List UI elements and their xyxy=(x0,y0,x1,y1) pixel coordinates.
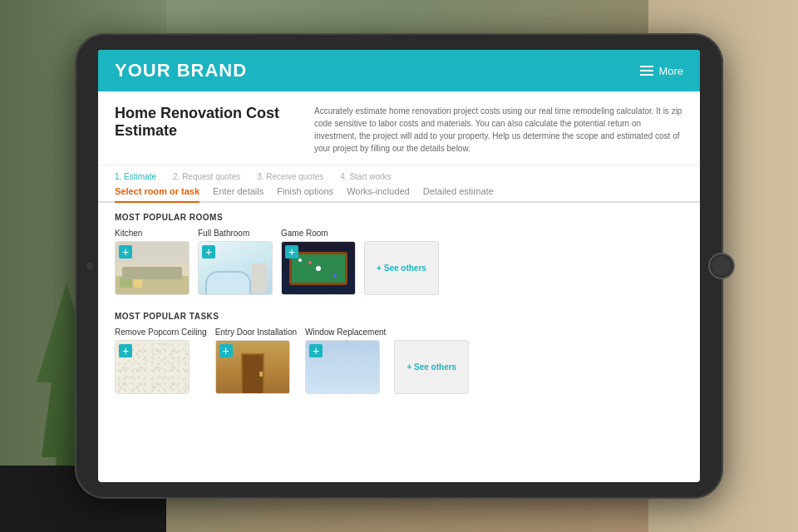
header: YOUR BRAND More xyxy=(98,50,700,91)
rooms-see-others-label: + See others xyxy=(377,264,426,273)
bathroom-image: + xyxy=(198,241,273,295)
menu-label: More xyxy=(658,65,683,77)
popcorn-image: + xyxy=(115,340,190,394)
tab-enter-details[interactable]: Enter details xyxy=(213,186,264,203)
hamburger-icon xyxy=(640,66,653,76)
rooms-grid: Kitchen + xyxy=(115,229,683,295)
page-description: Accurately estimate home renovation proj… xyxy=(314,105,683,155)
tab-detailed-estimate[interactable]: Detailed estimate xyxy=(423,186,494,203)
tasks-see-others-wrapper: + See others xyxy=(394,340,469,394)
tabs: Select room or task Enter details Finish… xyxy=(98,181,700,203)
kitchen-add-btn[interactable]: + xyxy=(119,245,132,259)
screen: YOUR BRAND More Home Renovation Cost Est… xyxy=(98,50,700,482)
ipad-frame: YOUR BRAND More Home Renovation Cost Est… xyxy=(75,33,723,499)
popcorn-card[interactable]: Remove Popcorn Ceiling + xyxy=(115,328,207,394)
page-header: Home Renovation Cost Estimate Accurately… xyxy=(98,91,700,165)
door-add-btn[interactable]: + xyxy=(219,344,233,357)
gameroom-add-btn[interactable]: + xyxy=(285,245,298,259)
tasks-see-others-btn[interactable]: + See others xyxy=(394,340,469,394)
steps-bar: 1. Estimate 2. Request quotes 3. Receive… xyxy=(98,165,700,181)
brand-logo: YOUR BRAND xyxy=(115,60,247,81)
page-title: Home Renovation Cost Estimate xyxy=(115,105,298,155)
tab-works-included[interactable]: Works-included xyxy=(347,186,410,203)
window-label: Window Replacement xyxy=(305,328,386,337)
tasks-section: MOST POPULAR TASKS Remove Popcorn Ceilin… xyxy=(98,302,700,401)
gameroom-image: + xyxy=(281,241,356,295)
kitchen-label: Kitchen xyxy=(115,229,190,238)
tasks-see-others-label: + See others xyxy=(406,362,456,372)
step-1[interactable]: 1. Estimate xyxy=(115,172,156,181)
step-4[interactable]: 4. Start works xyxy=(340,172,391,181)
popcorn-add-btn[interactable]: + xyxy=(119,344,132,357)
popcorn-label: Remove Popcorn Ceiling xyxy=(115,328,207,337)
kitchen-image: + xyxy=(115,241,190,295)
rooms-section-title: MOST POPULAR ROOMS xyxy=(115,213,683,222)
door-card[interactable]: Entry Door Installation + xyxy=(215,328,297,394)
bathroom-add-btn[interactable]: + xyxy=(202,245,215,259)
door-image: + xyxy=(215,340,290,394)
kitchen-card[interactable]: Kitchen + xyxy=(115,229,190,295)
tasks-grid: Remove Popcorn Ceiling + Entry Door Inst… xyxy=(115,328,683,394)
rooms-section: MOST POPULAR ROOMS Kitchen xyxy=(98,203,700,302)
bathroom-card[interactable]: Full Bathroom + xyxy=(198,229,273,295)
bathroom-label: Full Bathroom xyxy=(198,229,273,238)
window-image: + xyxy=(305,340,380,394)
tab-select-room[interactable]: Select room or task xyxy=(115,186,200,203)
tasks-section-title: MOST POPULAR TASKS xyxy=(115,312,683,321)
gameroom-card[interactable]: Game Room + xyxy=(281,229,356,295)
step-3[interactable]: 3. Receive quotes xyxy=(257,172,323,181)
step-2[interactable]: 2. Request quotes xyxy=(173,172,240,181)
window-add-btn[interactable]: + xyxy=(309,344,323,357)
rooms-see-others-wrapper: + See others xyxy=(364,241,439,295)
tab-finish-options[interactable]: Finish options xyxy=(277,186,333,203)
rooms-see-others-btn[interactable]: + See others xyxy=(364,241,439,295)
door-label: Entry Door Installation xyxy=(215,328,297,337)
window-card[interactable]: Window Replacement xyxy=(305,328,386,394)
gameroom-label: Game Room xyxy=(281,229,356,238)
main-content: Home Renovation Cost Estimate Accurately… xyxy=(98,91,700,482)
menu-button[interactable]: More xyxy=(640,65,683,77)
